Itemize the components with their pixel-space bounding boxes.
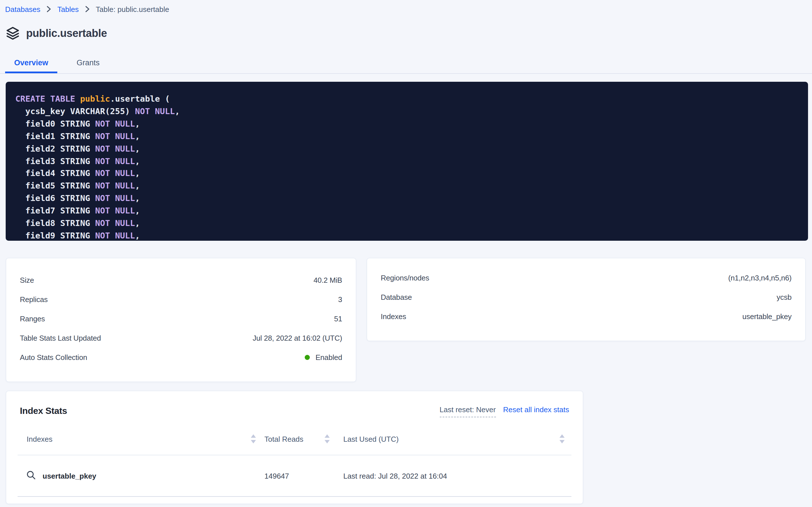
tab-grants[interactable]: Grants: [67, 55, 109, 73]
status-text: Enabled: [315, 353, 342, 361]
index-stats-header: Index Stats Last reset: Never Reset all …: [6, 391, 583, 417]
sort-icon[interactable]: [251, 434, 256, 443]
table-header-row: Indexes Total Reads Last Used (UTC): [17, 423, 571, 455]
detail-row-auto-stats: Auto Stats Collection Enabled: [20, 347, 342, 367]
detail-label: Database: [381, 293, 412, 301]
tab-bar: Overview Grants: [0, 55, 812, 74]
index-stats-controls: Last reset: Never Reset all index stats: [439, 405, 569, 417]
status-badge: Enabled: [305, 353, 342, 361]
detail-label: Size: [20, 276, 34, 284]
last-reset-text: Last reset: Never: [439, 405, 496, 417]
table-stack-icon: [6, 26, 20, 40]
column-header-total-reads[interactable]: Total Reads: [256, 434, 330, 443]
detail-row-replicas: Replicas 3: [20, 290, 342, 309]
status-dot-enabled-icon: [305, 354, 310, 360]
total-reads-value: 149647: [264, 471, 289, 480]
chevron-right-icon: [85, 6, 89, 12]
breadcrumb-link-databases[interactable]: Databases: [5, 5, 40, 13]
sql-code: CREATE TABLE public.usertable ( ycsb_key…: [15, 93, 802, 241]
detail-value: (n1,n2,n3,n4,n5,n6): [728, 273, 792, 282]
index-name: usertable_pkey: [43, 471, 96, 480]
detail-value: 51: [334, 314, 342, 323]
page-header: public.usertable: [6, 25, 812, 41]
index-name-cell[interactable]: usertable_pkey: [17, 470, 256, 481]
table-row: usertable_pkey 149647 Last read: Jul 28,…: [17, 455, 571, 497]
last-used-cell: Last read: Jul 28, 2022 at 16:04: [330, 471, 571, 480]
sort-icon[interactable]: [560, 434, 565, 443]
column-header-indexes[interactable]: Indexes: [17, 434, 256, 443]
total-reads-cell: 149647: [256, 471, 330, 480]
detail-row-ranges: Ranges 51: [20, 309, 342, 328]
sql-code-block: CREATE TABLE public.usertable ( ycsb_key…: [6, 82, 808, 241]
detail-row-regions: Regions/nodes (n1,n2,n3,n4,n5,n6): [381, 268, 792, 287]
detail-label: Ranges: [20, 314, 45, 323]
detail-value: 40.2 MiB: [314, 276, 342, 284]
detail-value: 3: [338, 295, 342, 303]
search-icon: [27, 470, 36, 481]
page-title: public.usertable: [26, 27, 107, 40]
detail-value: Jul 28, 2022 at 16:02 (UTC): [253, 334, 342, 342]
table-details-card: Size 40.2 MiB Replicas 3 Ranges 51 Table…: [6, 258, 356, 382]
detail-row-database: Database ycsb: [381, 287, 792, 306]
index-stats-table: Indexes Total Reads Last Used (UTC): [17, 423, 571, 497]
detail-value: usertable_pkey: [742, 312, 792, 321]
column-label: Indexes: [27, 435, 53, 443]
chevron-right-icon: [47, 6, 51, 12]
breadcrumb: Databases Tables Table: public.usertable: [0, 0, 812, 15]
sort-icon[interactable]: [325, 434, 330, 443]
detail-label: Indexes: [381, 312, 406, 321]
tab-overview[interactable]: Overview: [5, 55, 57, 73]
detail-row-indexes: Indexes usertable_pkey: [381, 306, 792, 326]
detail-label: Regions/nodes: [381, 273, 429, 282]
breadcrumb-link-tables[interactable]: Tables: [57, 5, 79, 13]
index-stats-card: Index Stats Last reset: Never Reset all …: [6, 391, 583, 504]
column-label: Last Used (UTC): [343, 435, 398, 443]
column-header-last-used[interactable]: Last Used (UTC): [330, 434, 571, 443]
details-cards: Size 40.2 MiB Replicas 3 Ranges 51 Table…: [6, 258, 808, 382]
detail-value: ycsb: [776, 293, 792, 301]
column-label: Total Reads: [264, 435, 303, 443]
last-used-value: Last read: Jul 28, 2022 at 16:04: [343, 471, 447, 480]
index-stats-title: Index Stats: [20, 405, 67, 417]
reset-index-stats-link[interactable]: Reset all index stats: [503, 405, 569, 414]
detail-row-stats-updated: Table Stats Last Updated Jul 28, 2022 at…: [20, 328, 342, 347]
detail-label: Replicas: [20, 295, 48, 303]
detail-label: Auto Stats Collection: [20, 353, 87, 361]
detail-row-size: Size 40.2 MiB: [20, 270, 342, 290]
page: Databases Tables Table: public.usertable…: [0, 0, 812, 507]
detail-label: Table Stats Last Updated: [20, 334, 101, 342]
table-location-card: Regions/nodes (n1,n2,n3,n4,n5,n6) Databa…: [367, 258, 806, 341]
breadcrumb-current: Table: public.usertable: [96, 5, 169, 13]
